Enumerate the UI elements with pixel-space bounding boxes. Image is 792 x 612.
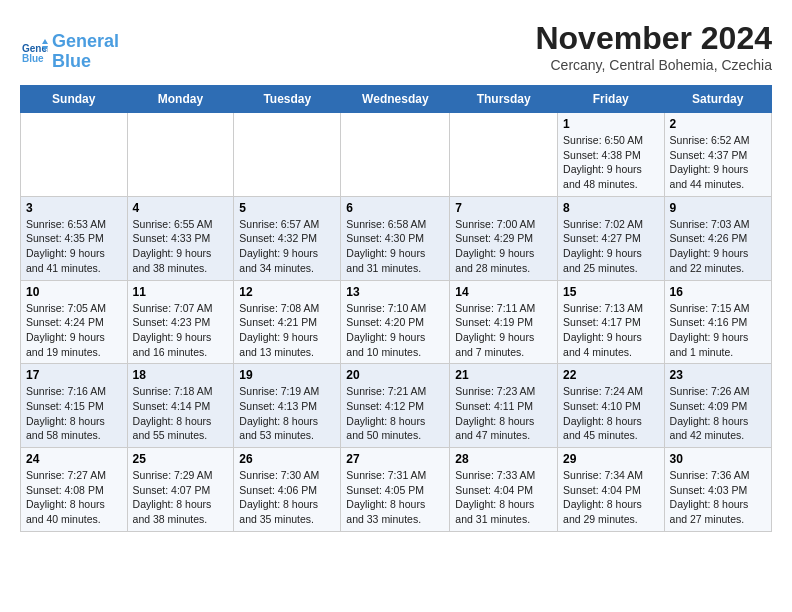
day-number: 5: [239, 201, 335, 215]
calendar-cell: 22Sunrise: 7:24 AM Sunset: 4:10 PM Dayli…: [558, 364, 665, 448]
day-number: 18: [133, 368, 229, 382]
day-number: 17: [26, 368, 122, 382]
calendar-cell: [341, 113, 450, 197]
day-info: Sunrise: 7:24 AM Sunset: 4:10 PM Dayligh…: [563, 384, 659, 443]
day-info: Sunrise: 7:16 AM Sunset: 4:15 PM Dayligh…: [26, 384, 122, 443]
day-number: 26: [239, 452, 335, 466]
day-info: Sunrise: 6:55 AM Sunset: 4:33 PM Dayligh…: [133, 217, 229, 276]
day-info: Sunrise: 7:23 AM Sunset: 4:11 PM Dayligh…: [455, 384, 552, 443]
calendar-cell: 18Sunrise: 7:18 AM Sunset: 4:14 PM Dayli…: [127, 364, 234, 448]
day-number: 7: [455, 201, 552, 215]
day-number: 11: [133, 285, 229, 299]
day-info: Sunrise: 7:11 AM Sunset: 4:19 PM Dayligh…: [455, 301, 552, 360]
day-info: Sunrise: 7:10 AM Sunset: 4:20 PM Dayligh…: [346, 301, 444, 360]
calendar-cell: 12Sunrise: 7:08 AM Sunset: 4:21 PM Dayli…: [234, 280, 341, 364]
calendar-cell: [127, 113, 234, 197]
week-row-2: 3Sunrise: 6:53 AM Sunset: 4:35 PM Daylig…: [21, 196, 772, 280]
day-number: 9: [670, 201, 766, 215]
day-number: 3: [26, 201, 122, 215]
day-info: Sunrise: 7:18 AM Sunset: 4:14 PM Dayligh…: [133, 384, 229, 443]
weekday-header-sunday: Sunday: [21, 86, 128, 113]
week-row-3: 10Sunrise: 7:05 AM Sunset: 4:24 PM Dayli…: [21, 280, 772, 364]
day-number: 15: [563, 285, 659, 299]
day-info: Sunrise: 7:30 AM Sunset: 4:06 PM Dayligh…: [239, 468, 335, 527]
weekday-header-monday: Monday: [127, 86, 234, 113]
title-section: November 2024 Cercany, Central Bohemia, …: [535, 20, 772, 73]
calendar-cell: 2Sunrise: 6:52 AM Sunset: 4:37 PM Daylig…: [664, 113, 771, 197]
day-number: 2: [670, 117, 766, 131]
day-info: Sunrise: 6:57 AM Sunset: 4:32 PM Dayligh…: [239, 217, 335, 276]
logo-text: General Blue: [52, 32, 119, 72]
day-info: Sunrise: 7:05 AM Sunset: 4:24 PM Dayligh…: [26, 301, 122, 360]
day-info: Sunrise: 7:29 AM Sunset: 4:07 PM Dayligh…: [133, 468, 229, 527]
logo: General Blue General Blue: [20, 32, 119, 72]
day-number: 16: [670, 285, 766, 299]
calendar-cell: 7Sunrise: 7:00 AM Sunset: 4:29 PM Daylig…: [450, 196, 558, 280]
calendar-cell: 3Sunrise: 6:53 AM Sunset: 4:35 PM Daylig…: [21, 196, 128, 280]
day-info: Sunrise: 7:34 AM Sunset: 4:04 PM Dayligh…: [563, 468, 659, 527]
calendar-cell: 27Sunrise: 7:31 AM Sunset: 4:05 PM Dayli…: [341, 448, 450, 532]
day-number: 24: [26, 452, 122, 466]
day-info: Sunrise: 6:58 AM Sunset: 4:30 PM Dayligh…: [346, 217, 444, 276]
day-number: 28: [455, 452, 552, 466]
calendar-cell: 11Sunrise: 7:07 AM Sunset: 4:23 PM Dayli…: [127, 280, 234, 364]
calendar-cell: 20Sunrise: 7:21 AM Sunset: 4:12 PM Dayli…: [341, 364, 450, 448]
day-number: 1: [563, 117, 659, 131]
weekday-header-friday: Friday: [558, 86, 665, 113]
calendar-cell: 17Sunrise: 7:16 AM Sunset: 4:15 PM Dayli…: [21, 364, 128, 448]
day-number: 6: [346, 201, 444, 215]
day-info: Sunrise: 7:15 AM Sunset: 4:16 PM Dayligh…: [670, 301, 766, 360]
calendar-cell: 8Sunrise: 7:02 AM Sunset: 4:27 PM Daylig…: [558, 196, 665, 280]
month-title: November 2024: [535, 20, 772, 57]
day-number: 27: [346, 452, 444, 466]
week-row-4: 17Sunrise: 7:16 AM Sunset: 4:15 PM Dayli…: [21, 364, 772, 448]
svg-text:Blue: Blue: [22, 53, 44, 64]
calendar-cell: 28Sunrise: 7:33 AM Sunset: 4:04 PM Dayli…: [450, 448, 558, 532]
calendar-cell: [450, 113, 558, 197]
day-info: Sunrise: 7:19 AM Sunset: 4:13 PM Dayligh…: [239, 384, 335, 443]
calendar-table: SundayMondayTuesdayWednesdayThursdayFrid…: [20, 85, 772, 532]
calendar-cell: 15Sunrise: 7:13 AM Sunset: 4:17 PM Dayli…: [558, 280, 665, 364]
calendar-cell: [21, 113, 128, 197]
day-number: 29: [563, 452, 659, 466]
day-number: 8: [563, 201, 659, 215]
calendar-cell: 5Sunrise: 6:57 AM Sunset: 4:32 PM Daylig…: [234, 196, 341, 280]
calendar-cell: 29Sunrise: 7:34 AM Sunset: 4:04 PM Dayli…: [558, 448, 665, 532]
day-info: Sunrise: 7:33 AM Sunset: 4:04 PM Dayligh…: [455, 468, 552, 527]
calendar-cell: 4Sunrise: 6:55 AM Sunset: 4:33 PM Daylig…: [127, 196, 234, 280]
day-number: 14: [455, 285, 552, 299]
calendar-cell: 24Sunrise: 7:27 AM Sunset: 4:08 PM Dayli…: [21, 448, 128, 532]
weekday-header-saturday: Saturday: [664, 86, 771, 113]
calendar-cell: 30Sunrise: 7:36 AM Sunset: 4:03 PM Dayli…: [664, 448, 771, 532]
weekday-header-row: SundayMondayTuesdayWednesdayThursdayFrid…: [21, 86, 772, 113]
day-number: 10: [26, 285, 122, 299]
day-number: 23: [670, 368, 766, 382]
day-number: 22: [563, 368, 659, 382]
calendar-cell: 26Sunrise: 7:30 AM Sunset: 4:06 PM Dayli…: [234, 448, 341, 532]
day-number: 13: [346, 285, 444, 299]
weekday-header-thursday: Thursday: [450, 86, 558, 113]
day-info: Sunrise: 7:00 AM Sunset: 4:29 PM Dayligh…: [455, 217, 552, 276]
day-info: Sunrise: 7:13 AM Sunset: 4:17 PM Dayligh…: [563, 301, 659, 360]
calendar-cell: 19Sunrise: 7:19 AM Sunset: 4:13 PM Dayli…: [234, 364, 341, 448]
calendar-body: 1Sunrise: 6:50 AM Sunset: 4:38 PM Daylig…: [21, 113, 772, 532]
day-number: 4: [133, 201, 229, 215]
day-info: Sunrise: 7:21 AM Sunset: 4:12 PM Dayligh…: [346, 384, 444, 443]
day-info: Sunrise: 7:26 AM Sunset: 4:09 PM Dayligh…: [670, 384, 766, 443]
week-row-5: 24Sunrise: 7:27 AM Sunset: 4:08 PM Dayli…: [21, 448, 772, 532]
day-info: Sunrise: 7:36 AM Sunset: 4:03 PM Dayligh…: [670, 468, 766, 527]
weekday-header-wednesday: Wednesday: [341, 86, 450, 113]
calendar-cell: 25Sunrise: 7:29 AM Sunset: 4:07 PM Dayli…: [127, 448, 234, 532]
day-number: 30: [670, 452, 766, 466]
day-info: Sunrise: 7:03 AM Sunset: 4:26 PM Dayligh…: [670, 217, 766, 276]
svg-marker-3: [42, 39, 48, 44]
day-number: 12: [239, 285, 335, 299]
calendar-cell: 14Sunrise: 7:11 AM Sunset: 4:19 PM Dayli…: [450, 280, 558, 364]
day-info: Sunrise: 7:27 AM Sunset: 4:08 PM Dayligh…: [26, 468, 122, 527]
day-info: Sunrise: 7:07 AM Sunset: 4:23 PM Dayligh…: [133, 301, 229, 360]
calendar-cell: [234, 113, 341, 197]
calendar-cell: 6Sunrise: 6:58 AM Sunset: 4:30 PM Daylig…: [341, 196, 450, 280]
week-row-1: 1Sunrise: 6:50 AM Sunset: 4:38 PM Daylig…: [21, 113, 772, 197]
location-subtitle: Cercany, Central Bohemia, Czechia: [535, 57, 772, 73]
weekday-header-tuesday: Tuesday: [234, 86, 341, 113]
